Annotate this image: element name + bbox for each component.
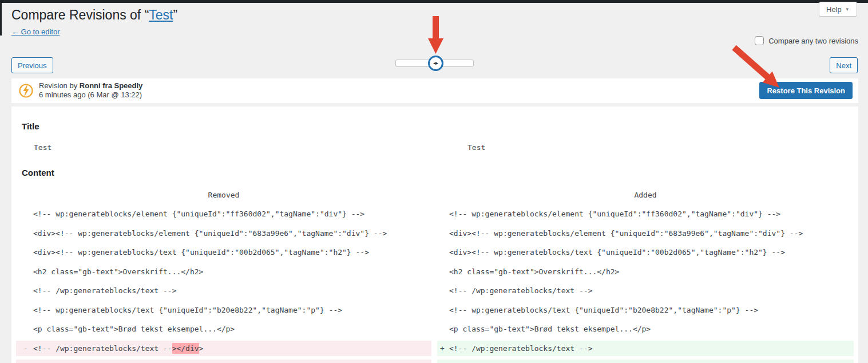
title-diff-right-value: Test bbox=[467, 143, 485, 152]
diff-line: <!-- /wp:generateblocks/text --> bbox=[437, 283, 854, 299]
diff-line: -<!-- /wp:generateblocks/text --></div> bbox=[16, 341, 431, 357]
diff-line bbox=[16, 360, 431, 363]
chevron-down-icon: ▼ bbox=[845, 7, 850, 12]
slider-handle-arrows-icon: ◂▸ bbox=[433, 61, 438, 66]
compare-any-two-revisions-control: Compare any two revisions bbox=[755, 36, 858, 45]
revision-slider-track[interactable]: ◂▸ bbox=[395, 60, 474, 67]
diff-line: <h2 class="gb-text">Overskrift...</h2> bbox=[437, 264, 854, 280]
help-label: Help bbox=[826, 5, 842, 14]
diff-line: <!-- wp:generateblocks/text {"uniqueId":… bbox=[437, 302, 854, 318]
revision-slider-handle[interactable]: ◂▸ bbox=[428, 56, 443, 71]
author-avatar-lightning-icon bbox=[18, 83, 34, 98]
diff-line: <div><!-- wp:generateblocks/text {"uniqu… bbox=[437, 244, 854, 261]
added-diff-column: <!-- wp:generateblocks/element {"uniqueI… bbox=[437, 206, 854, 363]
diff-line: <div><!-- wp:generateblocks/element {"un… bbox=[437, 226, 854, 242]
page-title-suffix: ” bbox=[173, 7, 178, 22]
title-section-heading: Title bbox=[22, 121, 39, 131]
restore-this-revision-button[interactable]: Restore This Revision bbox=[759, 82, 853, 99]
diff-line: <!-- wp:generateblocks/text {"uniqueId":… bbox=[16, 302, 431, 318]
diff-line: <!-- /wp:generateblocks/text --> bbox=[16, 283, 431, 299]
diff-highlight: ></div bbox=[172, 343, 199, 354]
title-diff-left-value: Test bbox=[34, 143, 51, 152]
revision-author: Ronni fra Speedly bbox=[80, 81, 143, 90]
page-title: Compare Revisions of “Test” bbox=[11, 7, 177, 23]
go-to-editor-link[interactable]: ← Go to editor bbox=[11, 27, 60, 36]
compare-any-two-revisions-label: Compare any two revisions bbox=[768, 37, 858, 45]
post-title-link[interactable]: Test bbox=[149, 7, 173, 22]
diff-line: <!-- wp:generateblocks/element {"uniqueI… bbox=[16, 206, 431, 222]
admin-top-bar bbox=[0, 0, 868, 3]
revision-info-bar: Revision by Ronni fra Speedly 6 minutes … bbox=[11, 78, 858, 103]
previous-revision-button[interactable]: Previous bbox=[11, 57, 53, 73]
diff-line: <div><!-- wp:generateblocks/element {"un… bbox=[16, 226, 431, 242]
diff-line: <p class="gb-text">Brød tekst eksempel..… bbox=[437, 321, 854, 337]
revision-timestamp: 6 minutes ago (6 Mar @ 13:22) bbox=[39, 90, 142, 100]
revision-diff-panel: Title Test Test Content Removed Added <!… bbox=[11, 106, 858, 363]
removed-diff-column: <!-- wp:generateblocks/element {"uniqueI… bbox=[16, 206, 431, 363]
removed-column-header: Removed bbox=[16, 191, 431, 199]
diff-line: <p class="gb-text">Brød tekst eksempel..… bbox=[16, 321, 431, 337]
diff-line-marker: + bbox=[440, 344, 445, 353]
help-button[interactable]: Help ▼ bbox=[819, 2, 857, 17]
revision-byline: Revision by Ronni fra Speedly 6 minutes … bbox=[39, 81, 142, 100]
diff-line: <!-- wp:generateblocks/element {"uniqueI… bbox=[437, 206, 854, 222]
added-column-header: Added bbox=[437, 191, 854, 199]
diff-line: <div><!-- wp:generateblocks/text {"uniqu… bbox=[16, 244, 431, 261]
page-title-prefix: Compare Revisions of “ bbox=[11, 7, 149, 22]
diff-line: +<!-- /wp:generateblocks/text --> bbox=[437, 341, 854, 357]
content-section-heading: Content bbox=[22, 168, 54, 177]
diff-line: <h2 class="gb-text">Overskrift...</h2> bbox=[16, 264, 431, 280]
diff-line bbox=[437, 360, 854, 363]
diff-line-marker: - bbox=[23, 344, 28, 353]
red-arrow-to-slider bbox=[428, 16, 443, 54]
next-revision-button[interactable]: Next bbox=[830, 57, 858, 73]
byline-prefix: Revision by bbox=[39, 81, 80, 90]
window-edge bbox=[0, 0, 2, 35]
compare-any-two-revisions-checkbox[interactable] bbox=[755, 36, 764, 45]
